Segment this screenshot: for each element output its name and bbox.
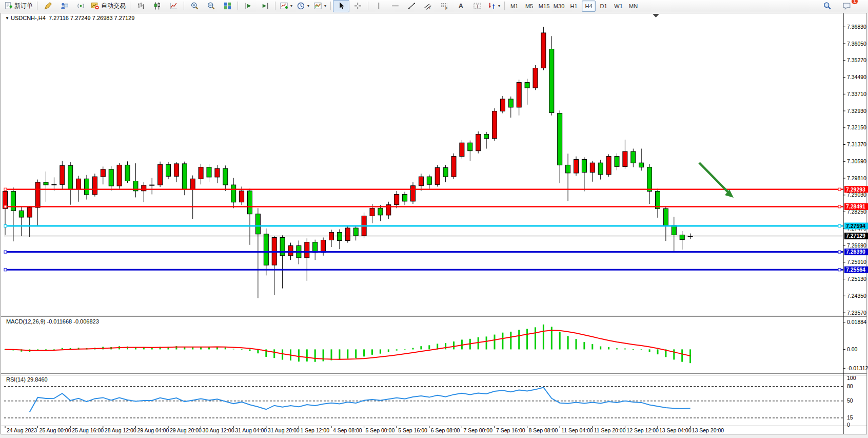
price-badge: 7.27594 xyxy=(844,223,868,230)
price-tick-label: 7.36050 xyxy=(847,41,866,47)
zoom-out-button[interactable] xyxy=(203,0,219,12)
candle-body xyxy=(631,151,636,163)
candle-body xyxy=(492,111,497,138)
svg-text:7.27129: 7.27129 xyxy=(846,233,865,239)
candle-body xyxy=(60,165,65,184)
vertical-line-button[interactable] xyxy=(370,0,387,12)
line-anchor[interactable] xyxy=(4,205,7,208)
price-badge: 7.26390 xyxy=(844,249,868,255)
tile-windows-button[interactable] xyxy=(219,0,235,12)
timeframe-m30-button[interactable]: M30 xyxy=(552,1,566,12)
candle-body xyxy=(533,68,538,88)
price-tick-label: 7.32150 xyxy=(847,124,866,130)
rsi-tick-label: 100 xyxy=(847,375,856,381)
price-badge: 7.27129 xyxy=(844,233,868,239)
chart-canvas[interactable]: 7.368307.360507.352707.344907.337107.329… xyxy=(0,0,868,438)
candle-body xyxy=(52,184,56,185)
chevron-down-icon[interactable]: ▾ xyxy=(307,4,309,8)
line-anchor[interactable] xyxy=(4,251,7,253)
new-order-button[interactable]: 新订单 xyxy=(2,0,35,12)
timeframe-h4-button[interactable]: H4 xyxy=(582,1,596,12)
zoom-out-icon xyxy=(207,2,215,10)
fibonacci-icon: F xyxy=(440,2,449,10)
candle-body xyxy=(574,160,579,174)
channel-button[interactable]: E xyxy=(420,0,436,12)
macd-tick-label: -0.01312 xyxy=(847,365,868,371)
timeframe-m5-button[interactable]: M5 xyxy=(522,1,536,12)
timeframe-mn-button[interactable]: MN xyxy=(626,1,640,12)
time-tick-label: 7 Sep 16:00 xyxy=(496,427,525,433)
time-tick-label: 11 Sep 20:00 xyxy=(594,427,626,433)
timeframe-h1-button[interactable]: H1 xyxy=(567,1,581,12)
candle-body xyxy=(443,168,448,177)
crosshair-button[interactable] xyxy=(349,0,366,12)
svg-text:A: A xyxy=(458,2,463,10)
text-label-icon: T xyxy=(473,2,482,10)
timeframe-m15-button[interactable]: M15 xyxy=(537,1,551,12)
chevron-down-icon[interactable]: ▾ xyxy=(324,4,326,8)
trendline-button[interactable] xyxy=(403,0,420,12)
indicators-button[interactable]: ▾ xyxy=(278,0,294,12)
chevron-down-icon[interactable]: ▾ xyxy=(498,4,500,8)
auto-scroll-button[interactable] xyxy=(240,0,257,12)
line-anchor[interactable] xyxy=(838,225,841,227)
bar-chart-button[interactable] xyxy=(132,0,149,12)
zoom-in-button[interactable] xyxy=(186,0,203,12)
chat-button[interactable]: 1 xyxy=(838,0,855,12)
candle-body xyxy=(394,195,399,205)
price-tick-label: 7.33710 xyxy=(847,91,866,97)
candle-body xyxy=(305,242,309,258)
candle-body xyxy=(215,168,220,177)
text-button[interactable]: A xyxy=(452,0,469,12)
crayon-button[interactable] xyxy=(40,0,56,12)
toolbar-right-groups: 1 xyxy=(819,0,855,12)
rsi-tick-label: 80 xyxy=(847,383,853,389)
line-anchor[interactable] xyxy=(4,225,7,227)
periods-button[interactable]: ▾ xyxy=(294,0,311,12)
candle-body xyxy=(11,192,15,211)
arrows-button[interactable]: ▾ xyxy=(485,0,502,12)
line-anchor[interactable] xyxy=(4,269,7,271)
time-tick-label: 31 Aug 20:00 xyxy=(268,427,300,433)
time-tick-label: 25 Aug 16:00 xyxy=(72,427,104,433)
time-tick-label: 25 Aug 00:00 xyxy=(40,427,71,433)
person-button[interactable] xyxy=(56,0,72,12)
rsi-tick-label: 0 xyxy=(847,422,850,428)
collapse-triangle-icon[interactable]: ▼ xyxy=(5,16,9,21)
channel-icon: E xyxy=(424,2,432,10)
cursor-button[interactable] xyxy=(333,0,349,12)
line-anchor[interactable] xyxy=(838,205,841,208)
line-anchor[interactable] xyxy=(838,188,841,191)
candle-body xyxy=(280,238,285,256)
timeframe-m1-button[interactable]: M1 xyxy=(507,1,521,12)
fibonacci-button[interactable]: F xyxy=(436,0,452,12)
chevron-down-icon[interactable]: ▾ xyxy=(290,4,292,8)
candlestick-button[interactable] xyxy=(149,0,165,12)
price-tick-label: 7.34490 xyxy=(847,74,866,80)
candle-body xyxy=(240,191,244,202)
autotrading-button[interactable]: 自动交易 xyxy=(89,0,128,12)
signal-button[interactable] xyxy=(72,0,89,12)
line-chart-button[interactable] xyxy=(165,0,182,12)
toolbar-separator xyxy=(238,2,238,10)
chart-shift-button[interactable] xyxy=(257,0,273,12)
bar-chart-icon xyxy=(136,2,145,10)
search-icon xyxy=(823,2,832,10)
text-label-button[interactable]: T xyxy=(469,0,485,12)
timeframe-w1-button[interactable]: W1 xyxy=(611,1,625,12)
svg-text:7.28491: 7.28491 xyxy=(846,203,865,210)
horizontal-line-button[interactable] xyxy=(387,0,403,12)
line-anchor[interactable] xyxy=(4,188,7,191)
timeframe-d1-button[interactable]: D1 xyxy=(597,1,610,12)
rsi-tick-label: 50 xyxy=(847,397,853,404)
line-anchor[interactable] xyxy=(838,251,841,253)
candle-body xyxy=(508,99,513,107)
templates-button[interactable]: ▾ xyxy=(311,0,328,12)
rsi-indicator-label: RSI(14) 29.8460 xyxy=(6,376,48,383)
candle-body xyxy=(166,164,171,176)
line-anchor[interactable] xyxy=(838,269,841,271)
search-button[interactable] xyxy=(819,0,835,12)
text-icon: A xyxy=(457,2,465,10)
time-tick-label: 7 Sep 00:00 xyxy=(463,427,492,433)
time-tick-label: 4 Sep 08:00 xyxy=(333,427,362,433)
